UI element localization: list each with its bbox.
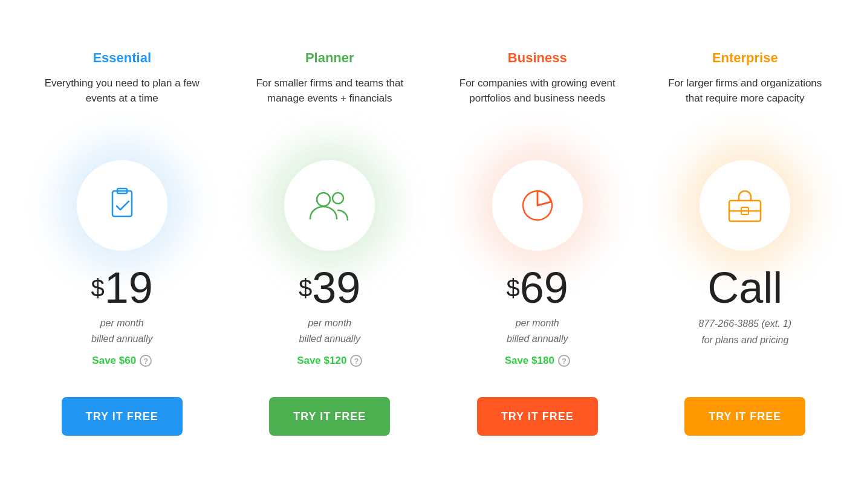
plan-save-planner: Save $120 ? xyxy=(297,355,362,367)
chart-pie-icon xyxy=(516,184,559,227)
plan-description-planner: For smaller firms and teams that manage … xyxy=(244,76,416,142)
plan-icon-enterprise xyxy=(700,160,790,251)
plan-price-essential: $19 xyxy=(91,266,153,309)
plan-title-planner: Planner xyxy=(305,50,354,66)
plan-billing-essential: per monthbilled annually xyxy=(91,315,152,346)
plan-title-essential: Essential xyxy=(93,50,151,66)
plan-icon-business xyxy=(492,160,583,251)
plan-title-business: Business xyxy=(508,50,567,66)
plan-price-enterprise: Call xyxy=(707,266,782,309)
plan-save-essential: Save $60 ? xyxy=(92,355,152,367)
clipboard-check-icon xyxy=(100,184,144,227)
plan-icon-essential xyxy=(77,160,167,251)
plan-enterprise: Enterprise For larger firms and organiza… xyxy=(641,38,849,454)
plan-price-planner: $39 xyxy=(299,266,360,309)
plan-billing-planner: per monthbilled annually xyxy=(299,315,360,346)
plan-description-enterprise: For larger firms and organizations that … xyxy=(660,76,831,142)
plan-price-business: $69 xyxy=(507,266,568,309)
pricing-grid: Essential Everything you need to plan a … xyxy=(0,26,867,478)
svg-rect-0 xyxy=(112,191,132,216)
save-help-icon-business[interactable]: ? xyxy=(558,355,570,367)
plan-billing-business: per monthbilled annually xyxy=(507,315,568,346)
cta-button-planner[interactable]: TRY IT FREE xyxy=(269,397,390,436)
cta-button-essential[interactable]: TRY IT FREE xyxy=(62,397,183,436)
plan-icon-planner xyxy=(284,160,375,251)
plan-planner: Planner For smaller firms and teams that… xyxy=(226,38,434,454)
plan-essential: Essential Everything you need to plan a … xyxy=(18,38,226,454)
plan-description-business: For companies with growing event portfol… xyxy=(452,76,623,142)
cta-button-business[interactable]: TRY IT FREE xyxy=(477,397,598,436)
cta-button-enterprise[interactable]: TRY IT FREE xyxy=(684,397,805,436)
plan-business: Business For companies with growing even… xyxy=(434,38,641,454)
plan-description-essential: Everything you need to plan a few events… xyxy=(36,76,208,142)
people-icon xyxy=(307,184,352,227)
svg-point-2 xyxy=(317,193,330,206)
save-help-icon-planner[interactable]: ? xyxy=(350,355,362,367)
svg-line-4 xyxy=(537,202,551,205)
plan-save-business: Save $180 ? xyxy=(505,355,570,367)
briefcase-icon xyxy=(723,184,767,227)
plan-phone-enterprise: 877-266-3885 (ext. 1)for plans and prici… xyxy=(698,315,791,348)
save-help-icon-essential[interactable]: ? xyxy=(140,355,152,367)
plan-title-enterprise: Enterprise xyxy=(712,50,778,66)
svg-point-3 xyxy=(333,193,343,204)
